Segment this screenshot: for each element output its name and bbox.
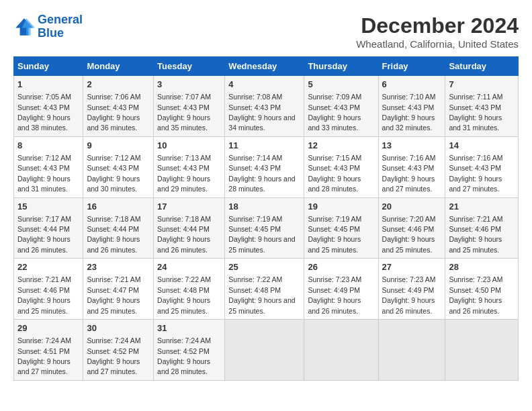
day-sunset: Sunset: 4:43 PM [157, 164, 210, 172]
day-daylight: Daylight: 9 hours and 25 minutes. [87, 296, 140, 314]
day-daylight: Daylight: 9 hours and 26 minutes. [87, 235, 140, 253]
day-daylight: Daylight: 9 hours and 35 minutes. [157, 113, 210, 132]
calendar-cell [445, 320, 519, 381]
day-daylight: Daylight: 9 hours and 32 minutes. [382, 113, 435, 132]
day-sunset: Sunset: 4:43 PM [17, 164, 70, 172]
day-number: 23 [87, 261, 150, 273]
day-sunrise: Sunrise: 7:11 AM [449, 93, 502, 101]
calendar-cell: 3 Sunrise: 7:07 AM Sunset: 4:43 PM Dayli… [154, 76, 225, 137]
page-subtitle: Wheatland, California, United States [356, 38, 519, 50]
day-sunrise: Sunrise: 7:23 AM [382, 275, 436, 283]
day-number: 28 [449, 261, 515, 273]
calendar-cell: 6 Sunrise: 7:10 AM Sunset: 4:43 PM Dayli… [378, 76, 445, 137]
day-daylight: Daylight: 9 hours and 38 minutes. [17, 113, 71, 132]
day-daylight: Daylight: 9 hours and 26 minutes. [308, 296, 361, 314]
day-sunrise: Sunrise: 7:16 AM [449, 154, 502, 162]
day-number: 27 [382, 261, 442, 273]
day-number: 24 [157, 261, 221, 273]
logo: General Blue [13, 13, 83, 40]
day-sunrise: Sunrise: 7:23 AM [449, 275, 502, 283]
day-number: 22 [17, 261, 79, 273]
calendar-week-5: 29 Sunrise: 7:24 AM Sunset: 4:51 PM Dayl… [14, 320, 519, 381]
day-sunrise: Sunrise: 7:09 AM [308, 93, 361, 101]
calendar-cell [225, 320, 304, 381]
day-daylight: Daylight: 9 hours and 25 minutes. [228, 296, 295, 314]
calendar-cell: 5 Sunrise: 7:09 AM Sunset: 4:43 PM Dayli… [304, 76, 378, 137]
header-friday: Friday [378, 57, 445, 76]
day-daylight: Daylight: 9 hours and 27 minutes. [382, 175, 435, 193]
day-daylight: Daylight: 9 hours and 25 minutes. [382, 235, 435, 253]
day-number: 15 [17, 201, 79, 213]
day-daylight: Daylight: 9 hours and 25 minutes. [17, 296, 71, 314]
day-sunset: Sunset: 4:46 PM [17, 286, 70, 294]
day-number: 20 [382, 201, 442, 213]
day-number: 30 [87, 322, 150, 334]
day-sunset: Sunset: 4:43 PM [449, 103, 501, 111]
day-sunset: Sunset: 4:52 PM [87, 347, 139, 355]
calendar-cell: 27 Sunrise: 7:23 AM Sunset: 4:49 PM Dayl… [378, 259, 445, 320]
day-sunrise: Sunrise: 7:21 AM [449, 215, 502, 223]
day-sunrise: Sunrise: 7:23 AM [308, 275, 361, 283]
day-sunset: Sunset: 4:43 PM [308, 103, 360, 111]
day-daylight: Daylight: 9 hours and 30 minutes. [87, 175, 140, 193]
calendar-cell: 13 Sunrise: 7:16 AM Sunset: 4:43 PM Dayl… [378, 136, 445, 197]
day-number: 9 [87, 140, 150, 152]
header-row: Sunday Monday Tuesday Wednesday Thursday… [14, 57, 519, 76]
day-number: 13 [382, 140, 442, 152]
day-sunrise: Sunrise: 7:12 AM [17, 154, 71, 162]
day-sunset: Sunset: 4:43 PM [382, 164, 435, 172]
day-daylight: Daylight: 9 hours and 29 minutes. [157, 175, 210, 193]
day-daylight: Daylight: 9 hours and 27 minutes. [87, 357, 140, 375]
calendar-table: Sunday Monday Tuesday Wednesday Thursday… [13, 56, 519, 381]
day-sunset: Sunset: 4:46 PM [449, 225, 501, 233]
day-number: 10 [157, 140, 221, 152]
day-number: 7 [449, 79, 515, 91]
calendar-cell: 31 Sunrise: 7:24 AM Sunset: 4:52 PM Dayl… [154, 320, 225, 381]
day-number: 14 [449, 140, 515, 152]
header-sunday: Sunday [14, 57, 83, 76]
day-sunset: Sunset: 4:43 PM [308, 164, 360, 172]
day-sunrise: Sunrise: 7:05 AM [17, 93, 71, 101]
calendar-cell: 21 Sunrise: 7:21 AM Sunset: 4:46 PM Dayl… [445, 197, 519, 259]
day-sunset: Sunset: 4:43 PM [228, 103, 281, 111]
day-daylight: Daylight: 9 hours and 25 minutes. [449, 235, 502, 253]
day-sunrise: Sunrise: 7:20 AM [382, 215, 436, 223]
day-number: 8 [17, 140, 79, 152]
day-sunset: Sunset: 4:43 PM [228, 164, 281, 172]
calendar-cell: 1 Sunrise: 7:05 AM Sunset: 4:43 PM Dayli… [14, 76, 83, 137]
page-title: December 2024 [356, 13, 519, 38]
title-area: December 2024 Wheatland, California, Uni… [356, 13, 519, 50]
day-daylight: Daylight: 9 hours and 26 minutes. [449, 296, 502, 314]
calendar-week-4: 22 Sunrise: 7:21 AM Sunset: 4:46 PM Dayl… [14, 259, 519, 320]
day-sunset: Sunset: 4:43 PM [17, 103, 70, 111]
day-sunset: Sunset: 4:43 PM [157, 103, 210, 111]
calendar-week-3: 15 Sunrise: 7:17 AM Sunset: 4:44 PM Dayl… [14, 197, 519, 259]
logo-text: General Blue [38, 13, 83, 40]
day-sunrise: Sunrise: 7:17 AM [17, 215, 71, 223]
day-daylight: Daylight: 9 hours and 26 minutes. [382, 296, 435, 314]
calendar-cell: 12 Sunrise: 7:15 AM Sunset: 4:43 PM Dayl… [304, 136, 378, 197]
day-sunset: Sunset: 4:49 PM [308, 286, 360, 294]
day-sunset: Sunset: 4:43 PM [87, 164, 139, 172]
calendar-cell: 4 Sunrise: 7:08 AM Sunset: 4:43 PM Dayli… [225, 76, 304, 137]
day-daylight: Daylight: 9 hours and 28 minutes. [308, 175, 361, 193]
calendar-cell: 15 Sunrise: 7:17 AM Sunset: 4:44 PM Dayl… [14, 197, 83, 259]
day-sunrise: Sunrise: 7:22 AM [157, 275, 211, 283]
day-daylight: Daylight: 9 hours and 26 minutes. [17, 235, 71, 253]
header-monday: Monday [83, 57, 154, 76]
day-number: 26 [308, 261, 374, 273]
day-sunset: Sunset: 4:50 PM [449, 286, 501, 294]
day-daylight: Daylight: 9 hours and 31 minutes. [17, 175, 71, 193]
day-sunset: Sunset: 4:44 PM [17, 225, 70, 233]
day-daylight: Daylight: 9 hours and 27 minutes. [449, 175, 502, 193]
day-sunrise: Sunrise: 7:18 AM [87, 215, 140, 223]
calendar-cell: 23 Sunrise: 7:21 AM Sunset: 4:47 PM Dayl… [83, 259, 154, 320]
calendar-week-2: 8 Sunrise: 7:12 AM Sunset: 4:43 PM Dayli… [14, 136, 519, 197]
day-sunrise: Sunrise: 7:10 AM [382, 93, 436, 101]
day-sunrise: Sunrise: 7:24 AM [17, 336, 71, 345]
day-daylight: Daylight: 9 hours and 26 minutes. [157, 235, 210, 253]
day-sunrise: Sunrise: 7:21 AM [87, 275, 140, 283]
day-number: 25 [228, 261, 300, 273]
day-daylight: Daylight: 9 hours and 36 minutes. [87, 113, 140, 132]
day-sunset: Sunset: 4:48 PM [228, 286, 281, 294]
